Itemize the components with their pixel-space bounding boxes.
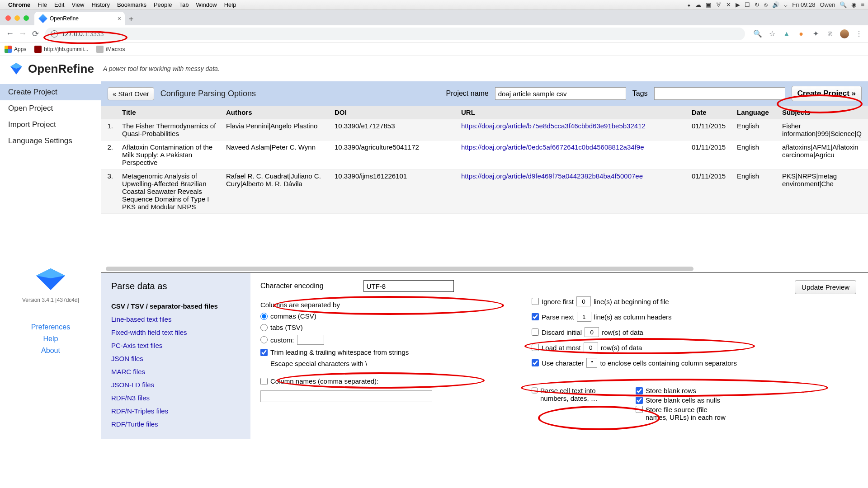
status-icon[interactable]: ✕: [726, 1, 731, 8]
menu-people[interactable]: People: [154, 1, 172, 8]
blank-cells-checkbox[interactable]: [636, 397, 643, 404]
search-icon[interactable]: 🔍: [840, 1, 847, 8]
format-rdf-n3[interactable]: RDF/N3 files: [111, 391, 241, 404]
status-icon[interactable]: ☐: [745, 1, 750, 8]
apps-bookmark[interactable]: Apps: [5, 46, 26, 53]
parse-next-input[interactable]: [577, 312, 591, 322]
menu-file[interactable]: File: [38, 1, 47, 8]
zoom-icon[interactable]: 🔍: [752, 28, 763, 39]
parse-cell-checkbox[interactable]: [532, 387, 538, 394]
encoding-input[interactable]: [363, 280, 454, 292]
menu-help[interactable]: Help: [224, 1, 236, 8]
status-icon[interactable]: ⬥: [687, 1, 691, 8]
create-project-button[interactable]: Create Project »: [792, 86, 862, 101]
site-info-icon[interactable]: i: [51, 30, 58, 38]
ext-icon[interactable]: ●: [796, 28, 807, 39]
volume-icon[interactable]: 🔊: [772, 1, 779, 8]
format-csv[interactable]: CSV / TSV / separator-based files: [111, 300, 241, 313]
bookmark-item[interactable]: http://jhb.gummii...: [34, 46, 88, 53]
profile-avatar[interactable]: [839, 28, 850, 39]
ext-icon[interactable]: ▲: [781, 28, 792, 39]
app-name[interactable]: Chrome: [8, 1, 30, 8]
new-tab-button[interactable]: +: [125, 13, 137, 25]
wifi-icon[interactable]: ⌵: [784, 1, 788, 8]
parse-next-checkbox[interactable]: [532, 313, 539, 320]
menu-history[interactable]: History: [91, 1, 109, 8]
discard-checkbox[interactable]: [532, 328, 539, 336]
format-pcaxis[interactable]: PC-Axis text files: [111, 339, 241, 352]
chrome-menu-icon[interactable]: ⋮: [854, 28, 864, 39]
sidebar-import-project[interactable]: Import Project: [0, 117, 101, 133]
status-icon[interactable]: ☁: [695, 1, 701, 8]
ignore-first-checkbox[interactable]: [532, 298, 539, 305]
menu-icon[interactable]: ≡: [861, 1, 864, 8]
trim-checkbox[interactable]: [260, 349, 268, 356]
colnames-checkbox[interactable]: [260, 378, 268, 385]
openrefine-header: OpenRefine A power tool for working with…: [0, 56, 868, 81]
load-most-checkbox[interactable]: [532, 344, 539, 351]
ignore-first-input[interactable]: [576, 296, 591, 306]
main-panel: « Start Over Configure Parsing Options P…: [101, 81, 868, 439]
forward-button[interactable]: →: [16, 28, 29, 40]
update-preview-button[interactable]: Update Preview: [795, 280, 856, 294]
sep-commas-radio[interactable]: [260, 313, 268, 320]
format-marc[interactable]: MARC files: [111, 365, 241, 378]
use-char-checkbox[interactable]: [532, 359, 539, 366]
reload-button[interactable]: ⟳: [29, 28, 42, 40]
format-fixed[interactable]: Fixed-width field text files: [111, 326, 241, 339]
format-rdf-turtle[interactable]: RDF/Turtle files: [111, 418, 241, 431]
use-char-input[interactable]: [586, 358, 597, 368]
project-name-input[interactable]: [495, 87, 626, 100]
start-over-button[interactable]: « Start Over: [108, 87, 154, 100]
colnames-input[interactable]: [260, 390, 432, 402]
cast-icon[interactable]: ⎚: [825, 28, 835, 39]
file-source-checkbox[interactable]: [636, 406, 643, 413]
status-icon[interactable]: ▣: [706, 1, 711, 8]
bluetooth-icon[interactable]: ⎋: [764, 1, 768, 8]
close-window[interactable]: [5, 15, 11, 21]
help-link[interactable]: Help: [0, 333, 101, 345]
siri-icon[interactable]: ◉: [851, 1, 856, 8]
discard-input[interactable]: [585, 327, 599, 337]
status-icon[interactable]: ⩔: [716, 1, 722, 8]
url-link[interactable]: https://doaj.org/article/0edc5af6672641c…: [461, 143, 644, 151]
url-link[interactable]: https://doaj.org/article/d9fe469f75a0442…: [461, 172, 643, 180]
maximize-window[interactable]: [24, 15, 29, 21]
user-name[interactable]: Owen: [820, 1, 835, 8]
format-json[interactable]: JSON files: [111, 352, 241, 365]
sep-custom-input[interactable]: [297, 335, 324, 345]
sep-custom-radio[interactable]: [260, 336, 268, 343]
status-icon[interactable]: ▶: [736, 1, 740, 8]
preferences-link[interactable]: Preferences: [0, 321, 101, 333]
extensions-icon[interactable]: ✦: [810, 28, 821, 39]
menu-tab[interactable]: Tab: [179, 1, 189, 8]
format-rdf-nt[interactable]: RDF/N-Triples files: [111, 404, 241, 418]
browser-tab[interactable]: OpenRefine ×: [34, 12, 125, 25]
about-link[interactable]: About: [0, 345, 101, 357]
status-icon[interactable]: ↻: [755, 1, 760, 8]
app-tagline: A power tool for working with messy data…: [103, 65, 220, 72]
menu-edit[interactable]: Edit: [54, 1, 64, 8]
minimize-window[interactable]: [14, 15, 20, 21]
url-link[interactable]: https://doaj.org/article/b75e8d5cca3f46c…: [461, 122, 646, 130]
sidebar-open-project[interactable]: Open Project: [0, 100, 101, 117]
menu-window[interactable]: Window: [196, 1, 217, 8]
horizontal-scrollbar[interactable]: [106, 267, 693, 271]
address-bar[interactable]: i 127.0.0.1:3333: [45, 28, 745, 40]
format-line[interactable]: Line-based text files: [111, 313, 241, 326]
menu-view[interactable]: View: [71, 1, 84, 8]
bookmark-folder[interactable]: iMacros: [96, 46, 125, 53]
tags-input[interactable]: [654, 87, 785, 100]
load-most-input[interactable]: [584, 343, 598, 352]
close-tab-icon[interactable]: ×: [118, 15, 121, 22]
sidebar-language-settings[interactable]: Language Settings: [0, 133, 101, 149]
sep-tabs-radio[interactable]: [260, 324, 268, 331]
menu-bookmarks[interactable]: Bookmarks: [117, 1, 146, 8]
format-jsonld[interactable]: JSON-LD files: [111, 378, 241, 391]
sidebar-create-project[interactable]: Create Project: [0, 84, 101, 100]
back-button[interactable]: ←: [4, 28, 16, 40]
blank-rows-checkbox[interactable]: [636, 387, 643, 394]
chrome-toolbar: ← → ⟳ i 127.0.0.1:3333 🔍 ☆ ▲ ● ✦ ⎚ ⋮: [0, 25, 868, 42]
clock[interactable]: Fri 09:28: [792, 1, 815, 8]
bookmark-star-icon[interactable]: ☆: [767, 28, 778, 39]
